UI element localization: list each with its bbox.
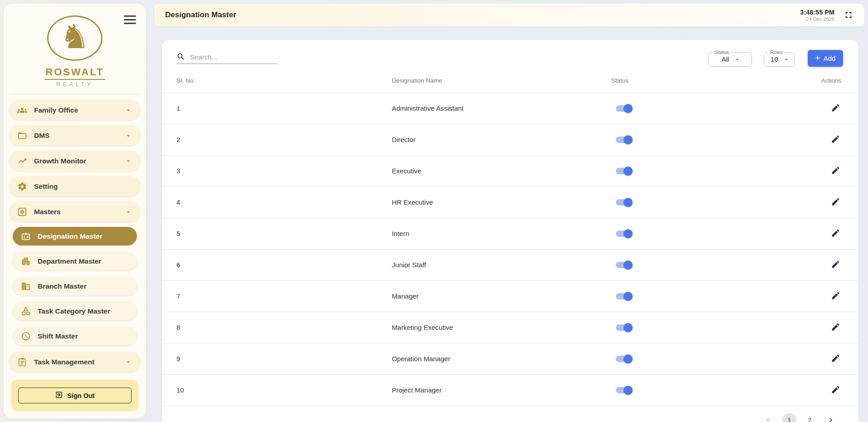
pencil-icon <box>831 385 840 394</box>
cell-status <box>611 280 796 312</box>
edit-button[interactable] <box>830 290 841 303</box>
trending-up-icon <box>17 156 27 166</box>
sidebar-item-shift-master[interactable]: Shift Master <box>13 327 137 345</box>
cell-sr-no: 10 <box>162 374 392 406</box>
cell-actions <box>796 374 858 406</box>
table-row: 10 Project Manager <box>162 374 858 406</box>
page-button-2[interactable]: 2 <box>803 413 817 422</box>
family-office-icon <box>17 105 27 115</box>
status-toggle[interactable] <box>616 323 633 332</box>
edit-button[interactable] <box>830 102 841 115</box>
cell-status <box>611 124 796 155</box>
sidebar-item-label: Branch Master <box>38 282 87 290</box>
search-input[interactable] <box>190 53 277 61</box>
content-card: Status All Rows 10 + Add Sr. No. Designa… <box>162 40 858 422</box>
cell-status <box>611 312 796 343</box>
edit-button[interactable] <box>830 353 841 365</box>
brand-name: ROSWALT <box>44 66 105 80</box>
sidebar-item-label: Setting <box>34 182 58 191</box>
table-row: 2 Director <box>162 124 858 155</box>
page-buttons: 12 <box>782 413 817 422</box>
chevron-left-icon <box>764 416 773 422</box>
cell-designation-name: HR Executive <box>392 186 611 218</box>
cell-designation-name: Director <box>392 124 611 155</box>
sign-out-card: Sign Out <box>11 380 139 411</box>
department-icon <box>21 256 31 266</box>
cell-sr-no: 8 <box>162 312 392 343</box>
sidebar-item-task-management[interactable]: Task Management <box>9 352 141 372</box>
sidebar-item-branch-master[interactable]: Branch Master <box>13 277 137 295</box>
table-row: 4 HR Executive <box>162 186 858 218</box>
previous-page-button[interactable] <box>761 413 775 422</box>
status-toggle[interactable] <box>616 198 633 207</box>
sidebar-item-label: Department Master <box>38 257 101 265</box>
sidebar-item-masters[interactable]: Masters <box>9 201 141 222</box>
rows-per-page-select[interactable]: Rows 10 <box>764 49 795 67</box>
sidebar: ♞ ROSWALT REALTY Family Office DMS Growt… <box>4 4 146 418</box>
sidebar-item-label: Shift Master <box>38 332 78 340</box>
cell-sr-no: 1 <box>162 93 392 124</box>
status-toggle[interactable] <box>616 104 633 113</box>
status-toggle[interactable] <box>616 292 633 301</box>
status-toggle[interactable] <box>616 354 633 363</box>
sidebar-item-task-category-master[interactable]: Task Category Master <box>13 302 137 320</box>
status-filter-label: Status <box>712 49 731 55</box>
sidebar-item-department-master[interactable]: Department Master <box>13 252 137 270</box>
edit-button[interactable] <box>830 196 841 209</box>
cell-sr-no: 5 <box>162 218 392 249</box>
pencil-icon <box>831 134 840 144</box>
cell-sr-no: 9 <box>162 343 392 374</box>
sidebar-item-designation-master[interactable]: Designation Master <box>13 227 137 245</box>
sidebar-item-dms[interactable]: DMS <box>9 125 141 146</box>
cell-status <box>611 93 796 124</box>
clock-date: 24 Dec 2025 <box>800 16 834 22</box>
cell-designation-name: Manager <box>392 280 611 312</box>
edit-button[interactable] <box>830 259 841 271</box>
edit-button[interactable] <box>830 227 841 240</box>
clipboard-icon <box>17 357 27 367</box>
designation-table: Sr. No. Designation Name Status Actions … <box>162 69 858 406</box>
next-page-button[interactable] <box>824 413 838 422</box>
table-header-row: Sr. No. Designation Name Status Actions <box>162 69 858 93</box>
page-button-1[interactable]: 1 <box>782 413 796 422</box>
status-toggle[interactable] <box>616 229 633 238</box>
sidebar-item-family-office[interactable]: Family Office <box>9 100 141 120</box>
masters-icon <box>17 207 27 217</box>
column-header-designation-name: Designation Name <box>392 69 611 93</box>
table-row: 7 Manager <box>162 280 858 312</box>
cell-designation-name: Marketing Executive <box>392 312 611 343</box>
status-toggle[interactable] <box>616 260 633 270</box>
sidebar-item-label: Family Office <box>34 106 78 114</box>
chevron-down-icon <box>734 55 741 63</box>
pagination: 12 <box>162 406 858 422</box>
folder-icon <box>17 131 27 141</box>
cell-sr-no: 3 <box>162 155 392 186</box>
chevron-up-icon <box>124 208 132 216</box>
sidebar-item-growth-monitor[interactable]: Growth Monitor <box>9 151 141 171</box>
status-toggle[interactable] <box>616 167 633 176</box>
chevron-down-icon <box>124 157 132 165</box>
cell-status <box>611 249 796 280</box>
plus-icon: + <box>815 54 820 62</box>
status-toggle[interactable] <box>616 386 633 395</box>
edit-button[interactable] <box>830 133 841 146</box>
table-body: 1 Administrative Assistant 2 Director 3 … <box>162 93 858 406</box>
edit-button[interactable] <box>830 165 841 177</box>
cell-designation-name: Junior Staff <box>392 249 611 280</box>
sidebar-item-setting[interactable]: Setting <box>9 176 141 196</box>
cell-actions <box>796 249 858 280</box>
status-toggle[interactable] <box>616 135 633 144</box>
table-row: 3 Executive <box>162 155 858 186</box>
fullscreen-icon[interactable] <box>844 10 853 20</box>
edit-button[interactable] <box>830 321 841 334</box>
sign-out-button[interactable]: Sign Out <box>18 388 132 403</box>
hamburger-menu-icon[interactable] <box>124 15 136 24</box>
edit-button[interactable] <box>830 384 841 397</box>
search-box <box>176 52 277 64</box>
cell-sr-no: 6 <box>162 249 392 280</box>
add-button[interactable]: + Add <box>808 50 843 67</box>
page-title: Designation Master <box>165 10 236 20</box>
branch-icon <box>21 281 31 291</box>
clock-icon <box>21 331 31 341</box>
status-filter-select[interactable]: Status All <box>708 49 752 67</box>
